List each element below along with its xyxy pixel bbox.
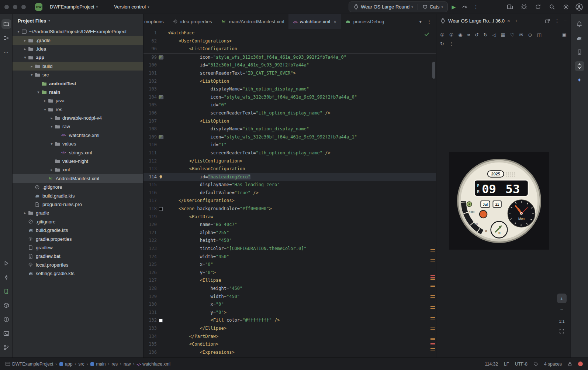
zoom-ratio-label[interactable]: 1:1 — [559, 318, 564, 325]
run-button[interactable]: ▶ — [449, 2, 459, 12]
breadcrumb-item-raw[interactable]: raw — [124, 362, 131, 367]
close-icon[interactable]: × — [507, 18, 510, 24]
tab-idea-properties[interactable]: idea.properties — [168, 14, 217, 29]
close-icon[interactable]: × — [333, 19, 336, 24]
file-encoding[interactable]: UTF-8 — [515, 362, 528, 367]
line-number[interactable]: 105 — [143, 101, 157, 109]
line-number[interactable]: 135 — [143, 340, 157, 349]
screenshot-icon[interactable]: ▣ — [562, 32, 567, 38]
line-number[interactable]: 107 — [143, 117, 157, 126]
tree-item-app[interactable]: ▾app — [13, 53, 143, 62]
device-explorer-button[interactable] — [575, 47, 584, 57]
profiler-button[interactable] — [460, 2, 470, 12]
tab-moptions[interactable]: moptions — [143, 14, 168, 29]
chevron-right-icon[interactable]: ▸ — [49, 116, 55, 120]
line-separator[interactable]: LF — [504, 362, 509, 367]
tree-item-build[interactable]: ▸build — [13, 62, 143, 71]
line-number[interactable]: 132 — [143, 316, 157, 325]
chevron-down-icon[interactable]: ▾ — [35, 90, 41, 94]
chevron-down-icon[interactable]: ▾ — [49, 124, 55, 129]
line-number[interactable]: 119 — [143, 213, 157, 221]
device-screen-stage[interactable]: 100 50 0 2025 P — [449, 152, 549, 250]
scrollbar-warning-mark[interactable] — [430, 275, 435, 278]
tree-item-proguard-rules-pro[interactable]: proguard-rules.pro — [13, 200, 143, 209]
line-number[interactable]: 112 — [143, 157, 157, 165]
tree-item-raw[interactable]: ▾raw — [13, 122, 143, 131]
more-vertical-icon[interactable]: ⋮ — [554, 18, 559, 24]
intention-bulb-icon[interactable] — [159, 175, 163, 179]
tree-item-gradle-properties[interactable]: gradle.properties — [13, 234, 143, 243]
tree-item-gitignore[interactable]: .gitignore — [13, 183, 143, 191]
project-tool-button[interactable] — [1, 19, 11, 29]
line-number[interactable]: 62 — [143, 37, 157, 45]
chevron-down-icon[interactable]: ▾ — [15, 30, 21, 34]
drawable-preview-icon[interactable] — [159, 95, 163, 99]
line-number[interactable]: 126 — [143, 269, 157, 277]
button-1-icon[interactable]: ① — [440, 32, 445, 38]
scrollbar-warning-mark[interactable] — [430, 348, 435, 351]
search-everywhere-button[interactable] — [547, 2, 557, 12]
tree-item-gitignore[interactable]: .gitignore — [13, 217, 143, 226]
tree-item-drawable-nodpi-v4[interactable]: ▸drawable-nodpi-v4 — [13, 114, 143, 122]
color-swatch-black[interactable] — [159, 207, 163, 211]
line-number[interactable]: 134 — [143, 333, 157, 341]
line-number[interactable]: 129 — [143, 293, 157, 301]
tree-item-gradle[interactable]: ▸.gradle — [13, 36, 143, 44]
zoom-fit-button[interactable] — [557, 326, 567, 336]
line-number[interactable]: 118 — [143, 205, 157, 213]
chevron-down-icon[interactable]: ▾ — [42, 107, 48, 112]
line-number[interactable]: 124 — [143, 253, 157, 261]
tree-item-res[interactable]: ▾res — [13, 105, 143, 114]
line-number[interactable]: 121 — [143, 229, 157, 237]
account-button[interactable] — [575, 3, 584, 11]
line-number[interactable]: 1 — [143, 29, 157, 37]
color-swatch-white[interactable] — [159, 319, 163, 322]
line-number[interactable]: 109 — [143, 133, 157, 141]
terminal-tool-button[interactable] — [1, 329, 11, 338]
tree-item-settings-gradle-kts[interactable]: settings.gradle.kts — [13, 269, 143, 278]
breadcrumb-item-app[interactable]: app — [59, 362, 72, 367]
breadcrumb-item-res[interactable]: res — [111, 362, 118, 367]
tree-item-main[interactable]: ▾main — [13, 88, 143, 96]
tree-item-values[interactable]: ▾values — [13, 140, 143, 148]
run-config-selector[interactable]: Cats ▾ — [419, 3, 446, 11]
line-number[interactable]: 113 — [143, 165, 157, 173]
vcs-widget[interactable]: Version control ▾ — [111, 3, 152, 11]
settings-button[interactable] — [561, 2, 571, 12]
scrollbar-warning-mark[interactable] — [430, 338, 435, 340]
breadcrumb-item-dwfexampleproject[interactable]: DWFExampleProject — [5, 361, 53, 367]
tab-main-androidmanifest-xml[interactable]: main/AndroidManifest.xml — [217, 14, 289, 29]
window-minimize-button[interactable] — [13, 5, 17, 9]
tree-item-build-gradle-kts[interactable]: build.gradle.kts — [13, 191, 143, 200]
line-number[interactable]: 110 — [143, 141, 157, 149]
indent-setting[interactable]: 4 spaces — [544, 362, 562, 367]
chevron-down-icon[interactable]: ▾ — [29, 73, 35, 77]
tree-item-gradle[interactable]: ▸gradle — [13, 209, 143, 217]
breadcrumb-item-main[interactable]: main — [90, 362, 106, 367]
device-mirroring-button[interactable] — [505, 2, 515, 12]
line-number[interactable]: 128 — [143, 285, 157, 293]
more-run-actions-button[interactable]: ⋮ — [471, 2, 481, 12]
chevron-down-icon[interactable]: ▾ — [49, 142, 55, 146]
line-number[interactable]: 130 — [143, 301, 157, 309]
window-close-button[interactable] — [4, 5, 9, 9]
back-icon[interactable]: ◁ — [492, 32, 496, 38]
button-2-icon[interactable]: ② — [449, 32, 454, 38]
rotate-left-icon[interactable]: ↺ — [475, 32, 479, 38]
line-number[interactable]: 120 — [143, 221, 157, 229]
app-inspection-tool-button[interactable] — [1, 301, 11, 310]
tree-item-gradlew-bat[interactable]: gradlew.bat — [13, 252, 143, 260]
displays-icon[interactable]: ▦ — [501, 32, 505, 38]
scrollbar-warning-mark[interactable] — [430, 317, 435, 320]
chevron-right-icon[interactable]: ▸ — [49, 168, 55, 172]
tree-item-local-properties[interactable]: local.properties — [13, 261, 143, 269]
drawable-preview-icon[interactable] — [159, 55, 163, 59]
tree-item-src[interactable]: ▾src — [13, 71, 143, 79]
reset-icon[interactable]: ↻ — [440, 41, 444, 47]
chevron-right-icon[interactable]: ▸ — [42, 99, 48, 103]
notifications-button[interactable] — [575, 19, 584, 29]
line-number[interactable]: 106 — [143, 109, 157, 117]
heart-rate-icon[interactable]: ♡ — [510, 32, 515, 38]
line-number[interactable]: 123 — [143, 245, 157, 253]
line-number[interactable]: 103 — [143, 85, 157, 93]
